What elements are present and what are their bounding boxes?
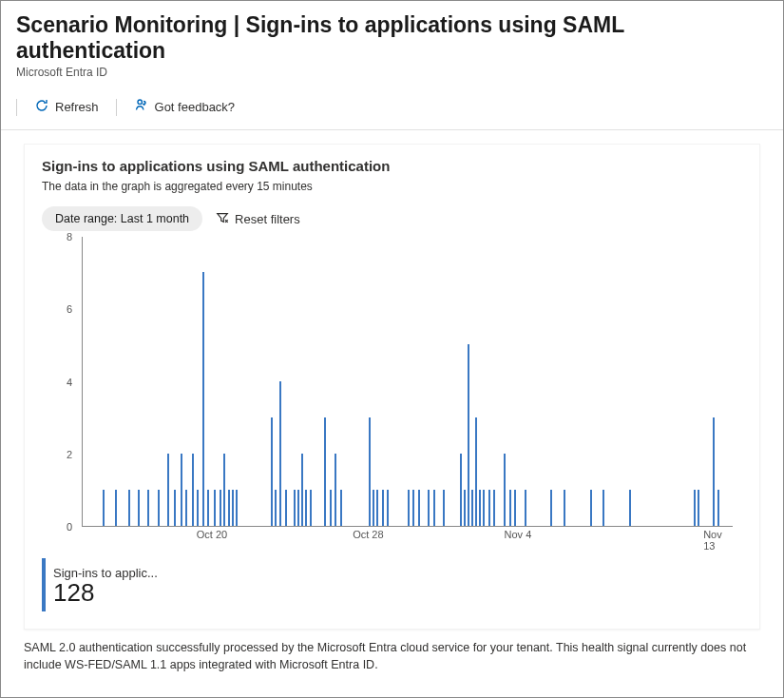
chart-bar[interactable] (475, 417, 477, 526)
chart-bar[interactable] (514, 490, 516, 526)
chart-bar[interactable] (310, 490, 312, 526)
y-tick-label: 4 (67, 377, 72, 388)
x-tick-label: Nov 13 (703, 529, 723, 552)
chart-bar[interactable] (698, 490, 699, 526)
chart-bar[interactable] (158, 490, 160, 526)
chart-bar[interactable] (525, 490, 526, 526)
chart-bar[interactable] (185, 490, 187, 526)
feedback-label: Got feedback? (155, 100, 236, 114)
chart-bar[interactable] (433, 490, 435, 526)
chart-bar[interactable] (147, 490, 149, 526)
refresh-icon (34, 98, 49, 116)
chart-x-axis: Oct 20Oct 28Nov 4Nov 13 (82, 529, 733, 548)
chart-bar[interactable] (412, 490, 414, 526)
chart-bar[interactable] (236, 490, 238, 526)
chart-bar[interactable] (369, 417, 371, 526)
refresh-button[interactable]: Refresh (27, 94, 106, 120)
reset-filters-label: Reset filters (235, 212, 300, 226)
chart-bar[interactable] (138, 490, 140, 526)
chart-bar[interactable] (297, 490, 299, 526)
chart-bar[interactable] (223, 454, 225, 526)
chart-card: Sign-ins to applications using SAML auth… (24, 144, 760, 630)
chart-bar[interactable] (590, 490, 592, 526)
chart-title: Sign-ins to applications using SAML auth… (42, 158, 742, 174)
chart-bar[interactable] (174, 490, 176, 526)
chart-bar[interactable] (275, 490, 277, 526)
chart-bar[interactable] (192, 454, 194, 526)
svg-point-0 (138, 100, 142, 104)
chart-bar[interactable] (483, 490, 485, 526)
chart-bar[interactable] (330, 490, 332, 526)
feedback-button[interactable]: Got feedback? (126, 94, 243, 120)
chart-bar[interactable] (202, 272, 204, 526)
y-tick-label: 8 (67, 231, 72, 242)
chart-bar[interactable] (228, 490, 230, 526)
chart-plot[interactable] (82, 237, 733, 527)
toolbar-separator (16, 99, 17, 116)
chart-bar[interactable] (717, 490, 719, 526)
chart-y-axis: 02468 (42, 237, 78, 527)
chart-bar[interactable] (418, 490, 420, 526)
chart-bar[interactable] (443, 490, 445, 526)
chart-subtitle: The data in the graph is aggregated ever… (42, 180, 742, 193)
chart-bar[interactable] (271, 417, 273, 526)
page-title: Scenario Monitoring | Sign-ins to applic… (16, 12, 768, 64)
chart-bar[interactable] (167, 454, 169, 526)
chart-bar[interactable] (340, 490, 342, 526)
chart-bar[interactable] (181, 454, 182, 526)
chart-bar[interactable] (550, 490, 552, 526)
chart-bar[interactable] (279, 381, 281, 527)
chart-bar[interactable] (504, 454, 506, 526)
chart-legend: Sign-ins to applic... 128 (42, 558, 742, 611)
chart-bar[interactable] (294, 490, 296, 526)
chart-bar[interactable] (373, 490, 374, 526)
y-tick-label: 2 (67, 449, 72, 460)
filter-row: Date range: Last 1 month Reset filters (42, 206, 742, 231)
chart-bar[interactable] (471, 490, 473, 526)
chart-bar[interactable] (214, 490, 216, 526)
chart-bar[interactable] (564, 490, 565, 526)
chart-bar[interactable] (285, 490, 287, 526)
chart-bar[interactable] (428, 490, 430, 526)
date-range-chip[interactable]: Date range: Last 1 month (42, 206, 202, 231)
chart-bar[interactable] (305, 490, 307, 526)
chart-bar[interactable] (324, 417, 326, 526)
chart-bar[interactable] (629, 490, 631, 526)
chart-bar[interactable] (488, 490, 490, 526)
reset-filters-button[interactable]: Reset filters (216, 211, 300, 227)
footer-note: SAML 2.0 authentication successfully pro… (24, 639, 755, 673)
chart-area: 02468 Oct 20Oct 28Nov 4Nov 13 (42, 237, 742, 551)
chart-bar[interactable] (713, 417, 715, 526)
chart-bar[interactable] (460, 454, 462, 526)
chart-bar[interactable] (335, 454, 336, 526)
toolbar-separator (116, 99, 117, 116)
y-tick-label: 6 (67, 303, 72, 315)
chart-bar[interactable] (197, 490, 199, 526)
chart-bar[interactable] (128, 490, 130, 526)
chart-bar[interactable] (103, 490, 105, 526)
chart-bar[interactable] (232, 490, 234, 526)
chart-bar[interactable] (376, 490, 378, 526)
x-tick-label: Nov 4 (505, 529, 532, 540)
legend-value: 128 (53, 580, 158, 605)
chart-bar[interactable] (493, 490, 495, 526)
chart-bar[interactable] (207, 490, 209, 526)
toolbar: Refresh Got feedback? (1, 85, 783, 130)
chart-bar[interactable] (602, 490, 604, 526)
chart-bar[interactable] (387, 490, 389, 526)
chart-bar[interactable] (382, 490, 384, 526)
chart-bar[interactable] (464, 490, 466, 526)
chart-bar[interactable] (115, 490, 117, 526)
x-tick-label: Oct 20 (197, 529, 227, 540)
refresh-label: Refresh (55, 100, 99, 114)
chart-bar[interactable] (468, 344, 469, 526)
chart-bar[interactable] (220, 490, 221, 526)
chart-bar[interactable] (694, 490, 696, 526)
chart-bar[interactable] (479, 490, 481, 526)
chart-bar[interactable] (509, 490, 511, 526)
filter-reset-icon (216, 211, 229, 227)
chart-bar[interactable] (408, 490, 410, 526)
feedback-icon (134, 98, 149, 116)
y-tick-label: 0 (67, 521, 72, 533)
chart-bar[interactable] (301, 454, 303, 526)
